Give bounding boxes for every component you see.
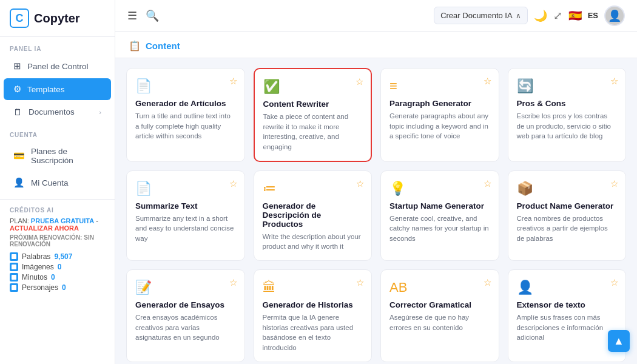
card-title: Generador de Historias [263,300,363,309]
credit-count-imagenes: 0 [58,263,62,271]
card-template-icon: AB [389,280,490,295]
plan-free-link[interactable]: PRUEBA GRATUITA [31,217,94,224]
card-template-icon: 📦 [517,181,618,197]
card-title: Corrector Gramatical [389,300,490,309]
sidebar-item-mi-cuenta[interactable]: 👤 Mi Cuenta [4,172,111,194]
chevron-right-icon: › [99,109,101,116]
sidebar-item-templates[interactable]: ⚙ Templates [4,78,111,100]
star-icon[interactable]: ☆ [484,178,491,189]
card-desc: Summarize any text in a short and easy t… [135,214,236,244]
card-generador-historias[interactable]: ☆🏛Generador de HistoriasPermita que la I… [254,269,372,362]
card-desc: Escribe los pros y los contras de un pro… [517,111,618,141]
card-generador-ensayos[interactable]: ☆📝Generador de EnsayosCrea ensayos acadé… [126,269,245,362]
chevron-up-icon: ∧ [516,12,521,20]
grid-icon: ⊞ [13,61,21,72]
card-startup-name[interactable]: ☆💡Startup Name GeneratorGenerate cool, c… [380,170,499,261]
card-title: Startup Name Generator [389,201,490,211]
card-template-icon: 💡 [389,181,490,197]
card-template-icon: 🏛 [263,280,363,295]
card-summarize-text[interactable]: ☆📄Summarize TextSummarize any text in a … [126,170,245,261]
star-icon[interactable]: ☆ [610,76,618,87]
plan-update-link[interactable]: ACTUALIZAR AHORA [10,224,79,232]
star-icon[interactable]: ☆ [610,277,618,288]
card-title: Pros & Cons [517,99,618,108]
star-icon[interactable]: ☆ [484,76,491,87]
svg-rect-3 [12,285,16,290]
star-icon[interactable]: ☆ [484,277,491,288]
flag-icon: 🇪🇸 [568,9,582,22]
user-icon: 👤 [13,177,25,188]
card-product-name[interactable]: ☆📦Product Name GeneratorCrea nombres de … [508,170,627,261]
plan-text: PLAN: [10,217,31,224]
logo-area: C Copyter [0,0,115,37]
card-content-rewriter[interactable]: ☆✅Content RewriterTake a piece of conten… [254,68,372,162]
svg-rect-2 [12,275,16,280]
credit-label-minutos: Minutos [22,273,47,281]
card-template-icon: 📝 [135,280,236,295]
card-pros-cons[interactable]: ☆🔄Pros & ConsEscribe los pros y los cont… [508,68,627,162]
star-icon[interactable]: ☆ [229,76,237,87]
crear-btn-label: Crear Documento IA [440,11,513,20]
crear-documento-btn[interactable]: Crear Documento IA ∧ [434,7,528,24]
main-content: ☰ 🔍 Crear Documento IA ∧ 🌙 ⤢ 🇪🇸 ES 👤 📋 C… [115,0,637,364]
card-template-icon: ≔ [263,181,363,197]
star-icon[interactable]: ☆ [356,178,364,189]
search-icon[interactable]: 🔍 [146,9,159,22]
card-title: Generador de Artículos [135,99,236,108]
renovation-line: PRÓXIMA RENOVACIÓN: SIN RENOVACIÓN [10,234,105,248]
logo-icon: C [10,8,29,28]
avatar[interactable]: 👤 [604,5,625,26]
menu-icon[interactable]: ☰ [127,9,137,22]
card-paragraph-generator[interactable]: ☆≡Paragraph GeneratorGenerate paragraphs… [380,68,499,162]
star-icon[interactable]: ☆ [356,277,364,288]
personajes-icon [10,283,18,292]
card-template-icon: ✅ [263,79,363,95]
logo-text: Copyter [34,12,80,25]
card-title: Summarize Text [135,201,236,211]
sidebar: C Copyter PANEL IA ⊞ Panel de Control ⚙ … [0,0,115,364]
star-icon[interactable]: ☆ [356,76,363,87]
card-generador-descripcion[interactable]: ☆≔Generador de Descripción de ProductosW… [254,170,372,261]
card-desc: Generate paragraphs about any topic incl… [389,111,490,141]
sidebar-item-label: Templates [27,85,65,94]
gear-icon: ⚙ [13,84,21,95]
card-desc: Take a piece of content and rewrite it t… [263,112,363,152]
sidebar-item-label: Planes de Suscripción [31,147,101,165]
moon-icon[interactable]: 🌙 [534,9,547,22]
credit-label-palabras: Palabras [22,252,50,261]
credits-section: CRÉDITOS AI PLAN: PRUEBA GRATUITA - ACTU… [0,199,115,301]
sidebar-item-planes[interactable]: 💳 Planes de Suscripción [4,141,111,170]
credit-count-minutos: 0 [51,273,55,281]
avatar-icon: 👤 [608,9,621,22]
credit-row-palabras: Palabras 9,507 [10,252,105,261]
card-desc: Generate cool, creative, and catchy name… [389,214,490,244]
card-desc: Crea ensayos académicos creativos para v… [135,312,236,343]
expand-icon[interactable]: ⤢ [553,9,562,22]
sidebar-item-panel-control[interactable]: ⊞ Panel de Control [4,55,111,77]
star-icon[interactable]: ☆ [229,277,237,288]
card-title: Generador de Descripción de Productos [263,201,363,229]
card-title: Generador de Ensayos [135,300,236,309]
scroll-top-button[interactable]: ▲ [608,330,630,352]
lang-label[interactable]: ES [588,11,598,20]
star-icon[interactable]: ☆ [610,178,618,189]
card-template-icon: 📄 [135,181,236,197]
star-icon[interactable]: ☆ [229,178,237,189]
credits-label: CRÉDITOS AI [10,207,105,214]
cuenta-label: CUENTA [0,123,115,141]
section-title: Content [146,41,180,51]
card-desc: Write the description about your product… [263,232,363,252]
plan-sep: - [94,217,98,224]
credit-row-personajes: Personajes 0 [10,283,105,292]
card-corrector-gramatical[interactable]: ☆ABCorrector GramaticalAsegúrese de que … [380,269,499,362]
panel-ia-label: PANEL IA [0,37,115,55]
card-generador-articulos[interactable]: ☆📄Generador de ArtículosTurn a title and… [126,68,245,162]
card-desc: Asegúrese de que no hay errores en su co… [389,312,490,332]
card-icon: 💳 [13,150,25,161]
sidebar-item-documentos[interactable]: 🗒 Documentos › [4,101,111,123]
svg-rect-1 [12,265,16,269]
card-desc: Crea nombres de productos creativos a pa… [517,214,618,244]
sidebar-item-label: Panel de Control [27,62,89,71]
minutos-icon [10,273,18,281]
imagenes-icon [10,263,18,271]
